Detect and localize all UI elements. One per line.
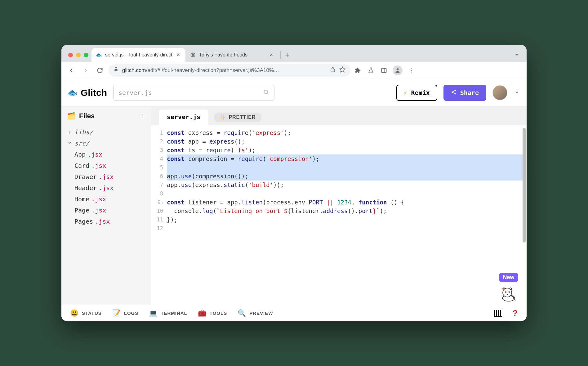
line-number: 10 (151, 207, 163, 215)
minimize-window-button[interactable] (76, 53, 81, 57)
profile-avatar-icon[interactable] (393, 65, 403, 75)
workspace: 🗂️ Files + › libs/ › src/ App.jsxCard.js… (61, 106, 527, 305)
file-item[interactable]: Home.jsx (65, 194, 151, 205)
labs-icon[interactable] (367, 66, 375, 75)
url-text: glitch.com/edit/#!/foul-heavenly-directi… (122, 67, 326, 74)
svg-point-8 (411, 71, 412, 72)
folder-name: src/ (74, 140, 89, 147)
prettier-button[interactable]: ✨ PRETTIER (214, 113, 261, 122)
logs-icon: 📝 (112, 309, 121, 317)
reload-button[interactable] (94, 65, 105, 76)
preview-icon: 🔍 (238, 309, 246, 317)
folder-name: libs/ (74, 128, 93, 136)
code-line: const compression = require('compression… (167, 154, 523, 163)
piano-icon[interactable] (494, 310, 502, 317)
line-number: 6 (151, 172, 163, 181)
tab-separator (280, 51, 281, 59)
file-name: Card (74, 162, 89, 169)
code-content[interactable]: const express = require('express');const… (165, 125, 527, 305)
folder-src[interactable]: › src/ (65, 138, 151, 149)
share-button[interactable]: Share (443, 85, 486, 101)
close-tab-icon[interactable]: × (269, 52, 274, 58)
file-ext: .jsx (91, 207, 106, 214)
bottombar-tools[interactable]: 🧰TOOLS (198, 309, 227, 317)
code-editor[interactable]: 123456789101112 const express = require(… (151, 125, 527, 305)
line-number: 7 (151, 181, 163, 189)
file-name: Home (74, 195, 89, 203)
line-number: 4 (151, 154, 163, 163)
svg-point-16 (505, 291, 507, 293)
share-icon[interactable] (330, 67, 336, 74)
mascot: New (497, 273, 520, 302)
close-tab-icon[interactable]: × (176, 52, 181, 58)
code-line (167, 163, 523, 172)
address-bar: glitch.com/edit/#!/foul-heavenly-directi… (61, 62, 527, 79)
lightning-icon: ⚡ (404, 89, 408, 96)
maximize-window-button[interactable] (84, 53, 88, 57)
kebab-menu-icon[interactable] (407, 66, 416, 75)
file-sidebar: 🗂️ Files + › libs/ › src/ App.jsxCard.js… (61, 107, 151, 305)
bottombar-label: STATUS (82, 310, 102, 316)
bottombar-status[interactable]: 😃STATUS (70, 309, 102, 317)
bottombar-preview[interactable]: 🔍PREVIEW (238, 309, 273, 317)
file-ext: .jsx (99, 173, 114, 181)
file-name: App (74, 151, 86, 158)
file-name: Drawer (74, 173, 97, 181)
bottombar-logs[interactable]: 📝LOGS (112, 309, 139, 317)
svg-marker-2 (340, 67, 345, 72)
file-item[interactable]: Pages.jsx (65, 216, 151, 227)
close-window-button[interactable] (68, 53, 73, 57)
help-button[interactable]: ? (513, 308, 518, 318)
side-panel-icon[interactable] (380, 66, 388, 75)
tools-icon: 🧰 (198, 309, 207, 317)
search-icon (263, 89, 269, 97)
file-item[interactable]: Card.jsx (65, 160, 151, 171)
editor-pane: server.js ✨ PRETTIER 123456789101112 con… (151, 107, 527, 305)
star-icon[interactable] (339, 66, 345, 74)
glitch-app: 🐟 Glitch server.js ⚡ Remix Share (61, 79, 527, 321)
bottom-toolbar: 😃STATUS📝LOGS💻TERMINAL🧰TOOLS🔍PREVIEW ? (61, 305, 527, 321)
svg-point-11 (454, 90, 456, 92)
files-drawer-icon: 🗂️ (67, 112, 75, 120)
forward-button[interactable] (80, 65, 91, 76)
add-file-button[interactable]: + (140, 111, 145, 121)
glitch-favicon-icon: 🐟 (96, 52, 102, 58)
line-number: 1 (151, 128, 163, 137)
file-item[interactable]: Page.jsx (65, 205, 151, 216)
folder-libs[interactable]: › libs/ (65, 127, 151, 138)
tabs-overflow-button[interactable] (512, 50, 522, 59)
browser-tab-inactive[interactable]: Tony's Favorite Foods × (185, 48, 278, 62)
editor-tab-active[interactable]: server.js (159, 109, 208, 125)
file-name: Page (74, 207, 89, 214)
bottombar-terminal[interactable]: 💻TERMINAL (149, 309, 187, 317)
file-ext: .jsx (99, 184, 114, 192)
browser-tab-bar: 🐟 server.js – foul-heavenly-direct × Ton… (61, 45, 527, 62)
user-menu-chevron-icon[interactable] (514, 90, 520, 96)
code-line: const fs = require('fs'); (167, 146, 523, 154)
new-tab-button[interactable]: + (283, 51, 292, 60)
svg-point-7 (411, 70, 412, 71)
back-button[interactable] (66, 65, 77, 76)
line-number: 8 (151, 189, 163, 198)
new-badge[interactable]: New (499, 273, 518, 282)
file-item[interactable]: Header.jsx (65, 182, 151, 194)
file-item[interactable]: Drawer.jsx (65, 171, 151, 182)
line-number: 3 (151, 146, 163, 154)
code-line (167, 189, 523, 198)
code-line: const app = express(); (167, 137, 523, 146)
bottombar-label: TERMINAL (161, 310, 187, 316)
remix-button[interactable]: ⚡ Remix (396, 85, 437, 101)
user-avatar[interactable] (492, 85, 507, 100)
file-name: Header (74, 184, 97, 192)
editor-scrollbar[interactable] (523, 128, 526, 243)
tab-title: server.js – foul-heavenly-direct (105, 52, 172, 58)
search-input[interactable]: server.js (113, 85, 274, 101)
browser-tab-active[interactable]: 🐟 server.js – foul-heavenly-direct × (91, 48, 185, 62)
bottombar-label: TOOLS (210, 310, 227, 316)
url-field[interactable]: glitch.com/edit/#!/foul-heavenly-directi… (109, 64, 350, 77)
app-header: 🐟 Glitch server.js ⚡ Remix Share (61, 79, 527, 106)
glitch-logo[interactable]: 🐟 Glitch (68, 87, 107, 98)
file-item[interactable]: App.jsx (65, 149, 151, 160)
extensions-icon[interactable] (354, 66, 362, 75)
svg-point-12 (452, 92, 453, 93)
